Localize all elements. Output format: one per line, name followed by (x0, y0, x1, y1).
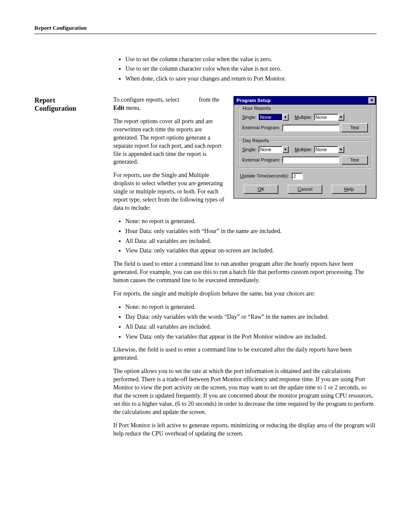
hour-options-list: None: no report is generated. Hour Data:… (113, 218, 377, 255)
multiple-label: Multiple: (295, 146, 312, 153)
day-multiple-combo[interactable]: None ▾ (314, 146, 344, 153)
hour-single-combo[interactable]: None ▾ (258, 114, 289, 121)
list-item: None: no report is generated. (125, 303, 377, 311)
chevron-down-icon[interactable]: ▾ (283, 146, 289, 153)
list-item: Hour Data: only variables with “Hour” in… (125, 227, 377, 236)
dialog-title: Program Setup (237, 97, 271, 104)
list-item: Day Data: only variables with the words … (125, 313, 377, 321)
group-legend: Hour Reports (241, 105, 272, 112)
chevron-down-icon[interactable]: ▾ (283, 114, 289, 121)
day-single-combo[interactable]: None ▾ (258, 146, 289, 153)
test-button[interactable]: Test (341, 156, 368, 165)
external-program-label: External Program: (242, 124, 280, 131)
list-item: None: no report is generated. (125, 218, 377, 226)
chevron-down-icon[interactable]: ▾ (338, 114, 344, 121)
list-item: All Data: all variables are included. (125, 237, 377, 246)
list-item: View Data: only variables that appear on… (125, 247, 377, 255)
update-time-label: Update Time(seconds): (240, 173, 289, 179)
test-button[interactable]: Test (341, 123, 368, 132)
list-item: Use to set the column character color wh… (125, 56, 377, 64)
external-program-label: External Program: (242, 157, 280, 163)
chevron-down-icon[interactable]: ▾ (338, 146, 344, 153)
body-text: If Port Monitor is left active to genera… (113, 422, 377, 438)
cancel-button[interactable]: Cancel (288, 185, 322, 194)
hour-reports-group: Hour Reports Single: None ▾ Multiple: (238, 108, 372, 136)
intro-bullet-list: Use to set the column character color wh… (113, 56, 377, 84)
list-item: Use to set the column character color wh… (125, 65, 377, 73)
dialog-titlebar[interactable]: Program Setup ✕ (234, 96, 376, 105)
combo-value: None (314, 146, 338, 153)
body-text: For reports, the single and multiple dro… (113, 290, 377, 298)
close-icon[interactable]: ✕ (368, 97, 375, 104)
single-label: Single: (242, 114, 257, 121)
list-item: When done, click to save your changes an… (125, 75, 377, 83)
section-heading: Report Configuration (34, 96, 101, 112)
multiple-label: Multiple: (295, 114, 312, 121)
body-text: The option allows you to set the rate at… (113, 367, 377, 416)
combo-value: None (258, 146, 283, 153)
day-external-program-input[interactable] (282, 156, 339, 163)
group-legend: Day Reports (241, 137, 270, 144)
help-button[interactable]: Help (332, 185, 366, 194)
body-text: The field is used to enter a command lin… (113, 260, 377, 285)
list-item: All Data: all variables are included. (125, 323, 377, 331)
body-text: Likewise, the field is used to enter a c… (113, 346, 377, 362)
ok-button[interactable]: OK (244, 185, 278, 194)
day-reports-group: Day Reports Single: None ▾ Multiple: (238, 140, 372, 168)
single-label: Single: (242, 146, 257, 153)
hour-multiple-combo[interactable]: None ▾ (314, 114, 344, 121)
program-setup-dialog: Program Setup ✕ Hour Reports Single: Non… (234, 96, 377, 199)
hour-external-program-input[interactable] (282, 124, 339, 131)
running-header: Report Configuration (34, 24, 377, 34)
list-item: View Data: only the variables that appea… (125, 333, 377, 341)
day-options-list: None: no report is generated. Day Data: … (113, 303, 377, 341)
combo-value: None (314, 114, 338, 121)
combo-value: None (258, 114, 283, 121)
update-time-input[interactable]: 2 (292, 173, 303, 180)
